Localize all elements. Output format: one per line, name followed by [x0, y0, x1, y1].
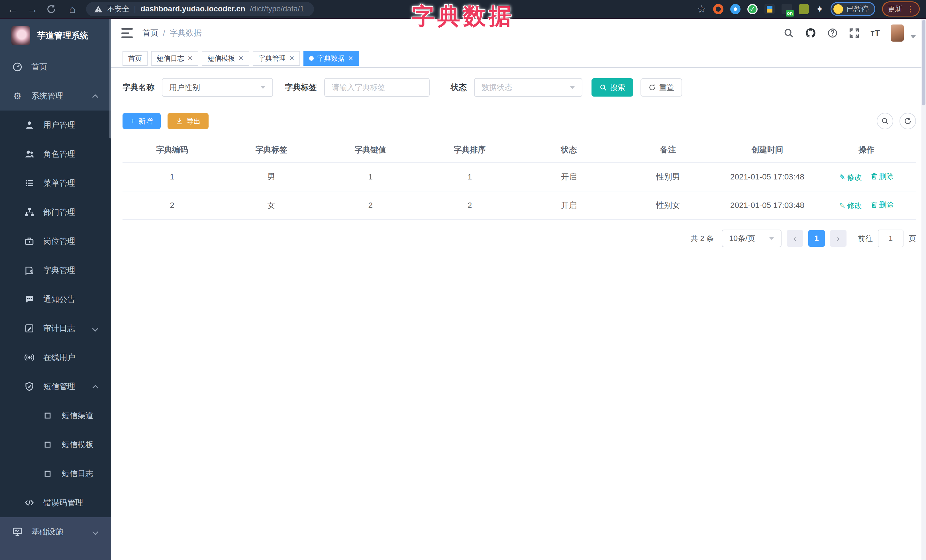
browser-menu-icon[interactable]: ⋮	[906, 4, 914, 14]
prev-page-button[interactable]: ‹	[787, 230, 803, 247]
delete-link[interactable]: 删除	[871, 172, 894, 181]
sidebar-item-label: 角色管理	[43, 149, 75, 160]
goto-page-input[interactable]	[878, 229, 903, 247]
sidebar-item-user-mgmt[interactable]: 用户管理	[0, 110, 111, 140]
forward-icon[interactable]: →	[26, 4, 39, 15]
cell-remark: 性别女	[619, 191, 718, 220]
next-page-button[interactable]: ›	[830, 230, 846, 247]
dict-label-input[interactable]	[331, 83, 422, 92]
tab-home[interactable]: 首页	[123, 51, 148, 66]
sidebar-item-dept-mgmt[interactable]: 部门管理	[0, 198, 111, 227]
status-label: 状态	[451, 82, 467, 93]
url-separator: |	[134, 5, 136, 14]
sidebar-item-label: 短信渠道	[62, 410, 94, 421]
sidebar-item-sms-channel[interactable]: 短信渠道	[0, 401, 111, 430]
back-icon[interactable]: ←	[6, 4, 19, 15]
sidebar-item-system-mgmt[interactable]: ⚙ 系统管理	[0, 82, 111, 110]
github-icon[interactable]	[805, 27, 816, 39]
scrollbar-thumb[interactable]	[922, 20, 925, 106]
book-icon	[24, 266, 35, 275]
gear-icon: ⚙	[12, 91, 23, 101]
chevron-up-icon	[92, 94, 98, 100]
page-scrollbar[interactable]	[921, 19, 926, 560]
sidebar-logo-row[interactable]: 芋道管理系统	[0, 19, 111, 53]
sidebar-item-home[interactable]: 首页	[0, 53, 111, 82]
sidebar-item-audit-log[interactable]: 审计日志	[0, 314, 111, 343]
table-header-row: 字典编码 字典标签 字典键值 字典排序 状态 备注 创建时间 操作	[123, 137, 916, 163]
extension-icon[interactable]: ✓	[747, 4, 758, 14]
close-icon[interactable]: ✕	[348, 55, 353, 62]
search-icon[interactable]	[783, 28, 794, 38]
tab-sms-template[interactable]: 短信模板✕	[202, 51, 249, 66]
page-size-select[interactable]: 10条/页	[722, 229, 782, 247]
cell-code: 1	[123, 163, 222, 191]
breadcrumb: 首页 / 字典数据	[142, 28, 202, 38]
close-icon[interactable]: ✕	[188, 55, 193, 62]
export-button[interactable]: 导出	[168, 113, 209, 129]
profile-chip[interactable]: 已暂停	[831, 2, 875, 16]
extension-icon[interactable]	[713, 4, 723, 14]
sidebar-submenu-system: 用户管理 角色管理 菜单管理 部门管理	[0, 110, 111, 517]
extension-icon[interactable]	[764, 4, 775, 14]
sidebar-item-menu-mgmt[interactable]: 菜单管理	[0, 169, 111, 198]
breadcrumb-home[interactable]: 首页	[142, 28, 159, 38]
sidebar-item-errorcode-mgmt[interactable]: 错误码管理	[0, 488, 111, 517]
sidebar-item-infrastructure[interactable]: 基础设施	[0, 517, 111, 546]
close-icon[interactable]: ✕	[289, 55, 294, 62]
extension-icon[interactable]: on	[782, 4, 792, 14]
home-icon[interactable]: ⌂	[66, 4, 79, 15]
address-bar[interactable]: 不安全 | dashboard.yudao.iocoder.cn/dict/ty…	[86, 2, 314, 16]
trash-icon	[871, 201, 877, 208]
sidebar-item-role-mgmt[interactable]: 角色管理	[0, 140, 111, 169]
dict-data-table: 字典编码 字典标签 字典键值 字典排序 状态 备注 创建时间 操作 1 男 1	[123, 137, 916, 220]
col-header: 字典标签	[222, 137, 321, 163]
reload-icon[interactable]	[46, 4, 59, 14]
status-select[interactable]: 数据状态	[474, 78, 583, 97]
top-navbar: 首页 / 字典数据 тT	[111, 19, 926, 47]
sidebar-item-sms-template[interactable]: 短信模板	[0, 430, 111, 459]
sidebar-item-label: 用户管理	[43, 120, 75, 130]
user-avatar[interactable]	[891, 24, 904, 42]
reset-button[interactable]: 重置	[640, 78, 682, 97]
sidebar-item-dict-mgmt[interactable]: 字典管理	[0, 256, 111, 285]
toggle-search-button[interactable]	[877, 113, 893, 129]
edit-note-icon	[24, 324, 35, 333]
search-button[interactable]: 搜索	[592, 78, 633, 97]
add-button[interactable]: + 新增	[123, 113, 161, 129]
avatar-caret-icon[interactable]	[911, 35, 916, 38]
refresh-table-button[interactable]	[899, 113, 916, 129]
tab-sms-log[interactable]: 短信日志✕	[151, 51, 198, 66]
sidebar-item-label: 错误码管理	[43, 497, 83, 508]
sidebar-item-notice-mgmt[interactable]: 通知公告	[0, 285, 111, 314]
edit-link[interactable]: ✎修改	[839, 201, 862, 211]
hamburger-icon[interactable]	[121, 28, 133, 38]
sidebar-item-sms-mgmt[interactable]: 短信管理	[0, 372, 111, 401]
sidebar-item-online-users[interactable]: 在线用户	[0, 343, 111, 372]
edit-link[interactable]: ✎修改	[839, 172, 862, 182]
extension-icon[interactable]	[730, 4, 740, 14]
bookmark-star-icon[interactable]: ☆	[697, 3, 706, 15]
search-icon	[599, 84, 607, 91]
trash-icon	[871, 173, 877, 180]
tab-dict-data[interactable]: 字典数据✕	[303, 51, 359, 66]
fullscreen-icon[interactable]	[849, 28, 859, 38]
dashboard-icon	[12, 62, 23, 72]
help-icon[interactable]	[827, 28, 838, 38]
edit-icon: ✎	[839, 173, 845, 182]
search-icon	[881, 117, 889, 125]
sidebar-item-sms-log[interactable]: 短信日志	[0, 459, 111, 488]
col-header: 字典键值	[321, 137, 420, 163]
close-icon[interactable]: ✕	[238, 55, 243, 62]
goto-label: 前往	[858, 234, 873, 243]
delete-link[interactable]: 删除	[871, 200, 894, 210]
table-row[interactable]: 1 男 1 1 开启 性别男 2021-01-05 17:03:48 ✎修改 删…	[123, 163, 916, 191]
extension-icon[interactable]	[799, 4, 809, 14]
font-size-icon[interactable]: тT	[870, 28, 880, 38]
extensions-puzzle-icon[interactable]: ✦	[816, 3, 824, 15]
current-page-button[interactable]: 1	[808, 230, 825, 247]
table-row[interactable]: 2 女 2 2 开启 性别女 2021-01-05 17:03:48 ✎修改 删…	[123, 191, 916, 220]
sidebar-item-post-mgmt[interactable]: 岗位管理	[0, 227, 111, 256]
tab-dict-mgmt[interactable]: 字典管理✕	[253, 51, 300, 66]
dict-name-select[interactable]: 用户性别	[162, 78, 273, 97]
browser-update-button[interactable]: 更新 ⋮	[882, 2, 920, 17]
